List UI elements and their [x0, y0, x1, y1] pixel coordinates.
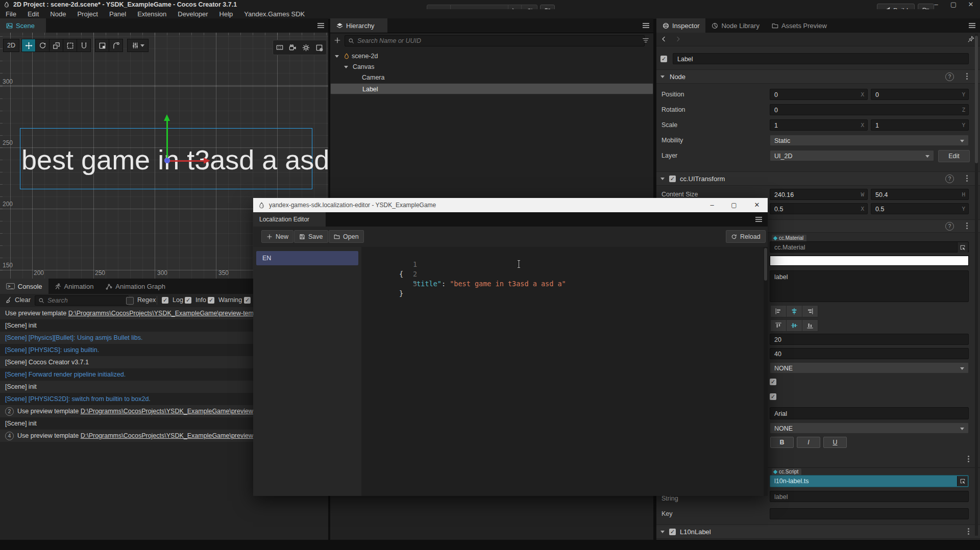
material-field[interactable]: cc.Material: [770, 241, 969, 253]
gear-icon[interactable]: [302, 44, 310, 52]
node-name-input[interactable]: Label: [673, 53, 969, 64]
tree-row-camera[interactable]: Camera: [330, 72, 653, 83]
menu-extension[interactable]: Extension: [132, 9, 172, 19]
rotation-z-input[interactable]: 0Z: [770, 104, 969, 115]
tree-row-label[interactable]: Label: [330, 83, 653, 94]
gizmo-settings-button[interactable]: [127, 39, 149, 52]
section-menu-icon[interactable]: [966, 76, 968, 77]
halign-left-button[interactable]: [770, 305, 787, 317]
node-active-checkbox[interactable]: ✓: [660, 56, 667, 62]
label-string-textarea[interactable]: label: [770, 270, 969, 302]
content-size-w-input[interactable]: 240.16W: [770, 189, 868, 200]
script-file-field[interactable]: l10n-label.ts: [770, 475, 969, 487]
menu-file[interactable]: File: [0, 9, 22, 19]
key-input[interactable]: [770, 508, 969, 519]
save-button[interactable]: Save: [294, 230, 328, 243]
scrollbar-thumb[interactable]: [975, 36, 978, 163]
camera-icon[interactable]: [289, 44, 297, 52]
rotate-tool-button[interactable]: [35, 39, 50, 52]
snap-tool-button[interactable]: [95, 39, 109, 52]
locwin-minimize-button[interactable]: –: [704, 198, 720, 212]
inspector-menu-icon[interactable]: [969, 25, 975, 26]
log-link[interactable]: D:\Programms\CocosProjects\YSDK_ExampleG…: [81, 432, 266, 439]
italic-button[interactable]: I: [797, 437, 820, 448]
history-back-icon[interactable]: [660, 36, 667, 42]
content-size-h-input[interactable]: 50.4H: [871, 189, 969, 200]
log-link[interactable]: D:\Programms\CocosProjects\YSDK_ExampleG…: [68, 310, 264, 317]
regex-checkbox[interactable]: [126, 297, 134, 305]
filter-list-icon[interactable]: [642, 37, 649, 44]
mobility-select[interactable]: Static: [770, 135, 969, 146]
new-button[interactable]: New: [261, 230, 293, 243]
history-forward-icon[interactable]: [675, 36, 681, 42]
clear-console-button[interactable]: Clear: [5, 296, 31, 304]
viewport-export-icon[interactable]: [315, 44, 323, 52]
overflow-select[interactable]: NONE: [770, 362, 969, 373]
hierarchy-menu-icon[interactable]: [643, 25, 649, 26]
script-label-field[interactable]: label: [770, 491, 969, 502]
section-menu-icon[interactable]: [966, 225, 968, 227]
tree-row-scene-2d[interactable]: scene-2d: [330, 51, 653, 62]
tree-row-canvas[interactable]: Canvas: [330, 62, 653, 72]
line-height-input[interactable]: 40: [770, 348, 969, 359]
window-maximize-button[interactable]: ▢: [947, 0, 960, 9]
scale-tool-button[interactable]: [49, 39, 63, 52]
expand-caret-icon[interactable]: [335, 55, 339, 58]
console-search-input[interactable]: Search: [35, 295, 129, 306]
halign-center-button[interactable]: [786, 305, 802, 317]
hierarchy-search-input[interactable]: Search Name or UUID: [345, 35, 645, 46]
info-checkbox[interactable]: ✓: [185, 297, 191, 304]
menu-project[interactable]: Project: [71, 9, 103, 19]
valign-top-button[interactable]: [770, 319, 787, 332]
halign-right-button[interactable]: [802, 305, 818, 317]
locwin-maximize-button[interactable]: ▢: [726, 198, 742, 212]
inspector-scrollbar[interactable]: [975, 34, 978, 536]
help-icon[interactable]: ?: [945, 174, 954, 183]
gizmo-y-axis[interactable]: [166, 120, 168, 161]
pin-icon[interactable]: [968, 36, 974, 42]
gizmo-center-handle[interactable]: [164, 158, 170, 163]
label-option1-checkbox[interactable]: ✓: [770, 379, 776, 385]
label-color-swatch[interactable]: [770, 256, 969, 266]
tab-animation[interactable]: Animation: [48, 279, 100, 294]
layer-edit-button[interactable]: Edit: [938, 150, 970, 162]
menu-yandex-games-sdk[interactable]: Yandex.Games SDK: [238, 9, 310, 19]
editor-scrollbar[interactable]: [764, 247, 768, 496]
menu-edit[interactable]: Edit: [22, 9, 44, 19]
anchor-y-input[interactable]: 0.5Y: [871, 203, 969, 214]
tab-localization-editor[interactable]: Localization Editor: [253, 212, 326, 227]
menu-help[interactable]: Help: [214, 9, 239, 19]
gizmo-x-axis[interactable]: [167, 160, 205, 162]
toggle-2d-3d-button[interactable]: 2D: [3, 39, 19, 52]
asset-picker-icon[interactable]: [957, 242, 968, 253]
menu-node[interactable]: Node: [44, 9, 71, 19]
uitransform-checkbox[interactable]: ✓: [669, 176, 676, 182]
window-close-button[interactable]: ✕: [965, 0, 977, 9]
scale-y-input[interactable]: 1Y: [871, 119, 969, 131]
anchor-tool-button[interactable]: [109, 39, 123, 52]
tab-hierarchy[interactable]: Hierarchy: [330, 18, 387, 33]
move-tool-button[interactable]: [21, 39, 36, 52]
aspect-ratio-icon[interactable]: [276, 44, 283, 51]
open-button[interactable]: Open: [329, 230, 364, 243]
help-icon[interactable]: ?: [945, 222, 954, 231]
canvas-label-text[interactable]: best game in t3asd a asd a: [21, 144, 352, 176]
font-size-input[interactable]: 20: [770, 334, 969, 345]
asset-picker-icon[interactable]: [957, 476, 968, 486]
tab-scene[interactable]: Scene: [0, 18, 46, 33]
tab-inspector[interactable]: Inspector: [656, 18, 705, 33]
add-node-icon[interactable]: [334, 37, 341, 44]
tab-node-library[interactable]: Node Library: [705, 18, 765, 33]
section-menu-icon[interactable]: [966, 178, 968, 179]
tab-console[interactable]: >_ Console: [0, 279, 48, 294]
layer-select[interactable]: UI_2D: [770, 150, 934, 161]
locwin-titlebar[interactable]: yandex-games-sdk.localization-editor - Y…: [253, 198, 768, 212]
menu-developer[interactable]: Developer: [172, 9, 213, 19]
gizmo-ui-tool-button[interactable]: [77, 39, 91, 52]
font-family-input[interactable]: Arial: [770, 407, 969, 419]
valign-middle-button[interactable]: [786, 319, 802, 332]
section-menu-icon[interactable]: [968, 531, 969, 532]
underline-button[interactable]: U: [823, 437, 847, 448]
help-icon[interactable]: ?: [945, 72, 954, 81]
rect-tool-button[interactable]: [63, 39, 77, 52]
